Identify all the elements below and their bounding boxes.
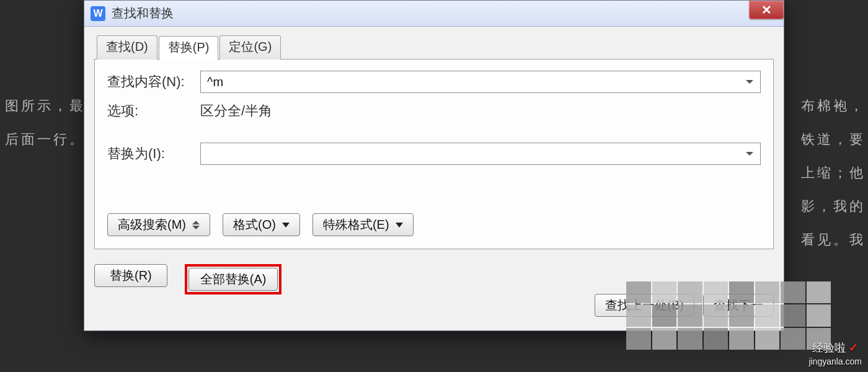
find-what-dropdown-icon[interactable] — [743, 71, 756, 92]
bg-text-left-2: 后面一行。 — [5, 130, 86, 149]
bg-text-left-1: 图所示，最 — [5, 97, 86, 115]
bg-text-right-3: 上缩；他 — [801, 164, 866, 182]
label-replace-with: 替换为(I): — [107, 144, 200, 163]
tab-replace[interactable]: 替换(P) — [159, 36, 219, 60]
highlight-annotation: 全部替换(A) — [185, 264, 282, 294]
options-value: 区分全/半角 — [200, 102, 272, 120]
bg-text-right-5: 看见。我 — [801, 231, 866, 249]
tab-goto[interactable]: 定位(G) — [219, 35, 281, 60]
format-button[interactable]: 格式(O) — [223, 213, 300, 236]
replace-panel: 查找内容(N): ^m 选项: 区分全/半角 替换为(I): — [94, 59, 774, 249]
replace-all-button[interactable]: 全部替换(A) — [188, 268, 278, 291]
watermark-text: 经验啦 ✓ jingyanla.com — [808, 342, 862, 368]
watermark-mosaic — [626, 281, 831, 350]
bg-text-right-2: 铁道，要 — [801, 130, 866, 149]
row-find-what: 查找内容(N): ^m — [107, 71, 761, 93]
search-options-row: 高级搜索(M) 格式(O) 特殊格式(E) — [107, 213, 761, 236]
format-label: 格式(O) — [233, 216, 276, 233]
replace-button[interactable]: 替换(R) — [94, 264, 167, 287]
bg-text-right-4: 影，我的 — [801, 197, 866, 216]
close-icon: ✕ — [761, 2, 772, 17]
chevron-down-icon — [746, 80, 753, 84]
row-replace-with: 替换为(I): — [107, 143, 761, 165]
find-what-value: ^m — [207, 75, 223, 89]
chevron-down-icon — [746, 152, 753, 156]
tab-find[interactable]: 查找(D) — [97, 35, 157, 60]
dialog-title: 查找和替换 — [112, 5, 174, 22]
bg-text-right-1: 布棉袍， — [801, 97, 866, 115]
updown-icon — [192, 221, 200, 229]
chevron-down-icon — [282, 223, 290, 228]
row-options: 选项: 区分全/半角 — [107, 102, 761, 120]
tab-strip: 查找(D) 替换(P) 定位(G) — [97, 35, 774, 60]
dialog-body: 查找(D) 替换(P) 定位(G) 查找内容(N): ^m 选项: 区分 — [84, 27, 784, 255]
label-find-what: 查找内容(N): — [107, 73, 200, 91]
find-what-input[interactable]: ^m — [200, 71, 761, 93]
replace-label: 替换(R) — [110, 267, 152, 284]
watermark-check-icon: ✓ — [849, 342, 858, 354]
chevron-down-icon — [396, 223, 403, 228]
replace-all-label: 全部替换(A) — [200, 271, 267, 288]
special-format-label: 特殊格式(E) — [323, 216, 389, 233]
advanced-search-button[interactable]: 高级搜索(M) — [107, 213, 210, 236]
label-options: 选项: — [107, 102, 200, 120]
special-format-button[interactable]: 特殊格式(E) — [312, 213, 414, 236]
watermark-url: jingyanla.com — [808, 356, 862, 366]
advanced-search-label: 高级搜索(M) — [118, 216, 186, 233]
tab-frame: 查找(D) 替换(P) 定位(G) 查找内容(N): ^m 选项: 区分 — [94, 35, 774, 249]
watermark-name: 经验啦 — [812, 342, 846, 354]
wps-app-icon: W — [91, 6, 105, 21]
replace-with-dropdown-icon[interactable] — [743, 143, 756, 164]
replace-with-input[interactable] — [200, 143, 761, 165]
close-button[interactable]: ✕ — [749, 1, 784, 19]
titlebar[interactable]: W 查找和替换 ✕ — [84, 1, 784, 27]
